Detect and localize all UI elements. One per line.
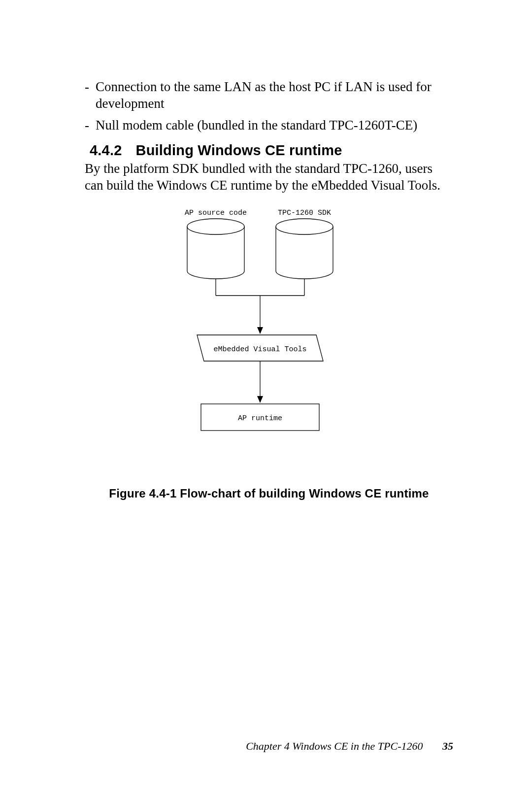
bullet-list: - Connection to the same LAN as the host… (85, 79, 453, 133)
bullet-dash: - (85, 117, 96, 134)
cylinder-ap-source (187, 219, 244, 279)
connector-merge (216, 279, 304, 330)
bullet-text: Null modem cable (bundled in the standar… (96, 117, 453, 134)
arrowhead-icon (257, 327, 263, 334)
section-heading: 4.4.2Building Windows CE runtime (90, 142, 453, 159)
node-label: eMbedded Visual Tools (213, 345, 306, 354)
arrowhead-icon (257, 396, 263, 403)
figure-caption: Figure 4.4-1 Flow-chart of building Wind… (85, 487, 453, 500)
flowchart-svg: AP source code TPC-1260 SDK (166, 208, 372, 459)
footer-chapter: Chapter 4 Windows CE in the TPC-1260 (246, 740, 423, 752)
list-item: - Null modem cable (bundled in the stand… (85, 117, 453, 134)
cylinder-sdk (276, 219, 333, 279)
section-title: Building Windows CE runtime (136, 142, 342, 158)
node-label: TPC-1260 SDK (278, 209, 331, 217)
page: - Connection to the same LAN as the host… (0, 0, 532, 797)
bullet-text: Connection to the same LAN as the host P… (96, 79, 453, 112)
svg-point-0 (187, 219, 244, 234)
section-number: 4.4.2 (90, 142, 122, 159)
node-label: AP source code (185, 209, 247, 217)
page-footer: Chapter 4 Windows CE in the TPC-1260 35 (246, 740, 453, 753)
node-label: AP runtime (238, 414, 282, 423)
flowchart-figure: AP source code TPC-1260 SDK (85, 208, 453, 459)
svg-point-3 (276, 219, 333, 234)
list-item: - Connection to the same LAN as the host… (85, 79, 453, 112)
footer-page-number: 35 (442, 740, 453, 752)
paragraph: By the platform SDK bundled with the sta… (85, 161, 453, 194)
bullet-dash: - (85, 79, 96, 112)
